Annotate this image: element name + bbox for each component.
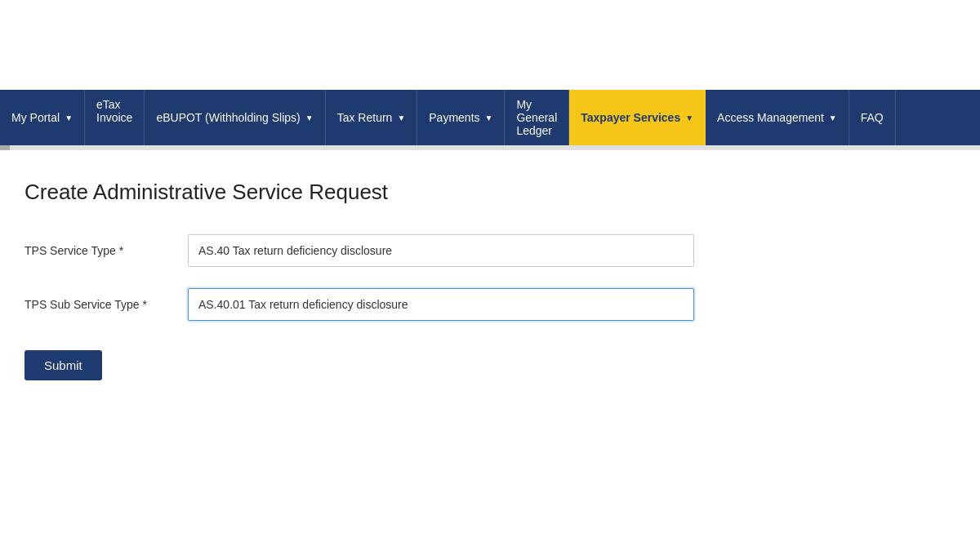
nav-label-mygeneral-line1: My bbox=[516, 98, 532, 111]
form-row-sub-service-type: TPS Sub Service Type * bbox=[24, 288, 956, 321]
nav-label-etax-line1: eTax bbox=[96, 98, 121, 111]
service-type-input[interactable] bbox=[188, 234, 694, 267]
scroll-indicator bbox=[0, 145, 980, 150]
nav-item-etax-invoice[interactable]: eTax Invoice bbox=[85, 90, 145, 145]
chevron-icon-my-portal: ▼ bbox=[65, 113, 73, 122]
navigation-bar: My Portal ▼ eTax Invoice eBUPOT (Withhol… bbox=[0, 90, 980, 145]
nav-item-my-general-ledger[interactable]: My General Ledger bbox=[505, 90, 569, 145]
submit-button[interactable]: Submit bbox=[24, 350, 102, 380]
service-type-label: TPS Service Type * bbox=[24, 244, 188, 257]
nav-item-taxpayer-services[interactable]: Taxpayer Services ▼ bbox=[569, 90, 706, 145]
page-title: Create Administrative Service Request bbox=[24, 180, 956, 205]
nav-label-mygeneral-line3: Ledger bbox=[516, 124, 552, 137]
nav-item-tax-return[interactable]: Tax Return ▼ bbox=[326, 90, 418, 145]
nav-label-faq: FAQ bbox=[861, 111, 884, 124]
nav-item-access-management[interactable]: Access Management ▼ bbox=[706, 90, 849, 145]
nav-label-taxpayer-services: Taxpayer Services bbox=[581, 111, 680, 124]
nav-label-mygeneral-line2: General bbox=[516, 111, 557, 124]
chevron-icon-payments: ▼ bbox=[485, 113, 493, 122]
nav-item-my-portal[interactable]: My Portal ▼ bbox=[0, 90, 85, 145]
nav-label-access-management: Access Management bbox=[717, 111, 824, 124]
nav-label-tax-return: Tax Return bbox=[337, 111, 393, 124]
form-row-service-type: TPS Service Type * bbox=[24, 234, 956, 267]
chevron-icon-tax-return: ▼ bbox=[397, 113, 405, 122]
sub-service-type-label: TPS Sub Service Type * bbox=[24, 298, 188, 311]
top-spacer bbox=[0, 0, 980, 90]
chevron-icon-access-management: ▼ bbox=[829, 113, 837, 122]
nav-label-etax-line2: Invoice bbox=[96, 111, 132, 124]
chevron-icon-ebupot: ▼ bbox=[305, 113, 314, 122]
nav-label-payments: Payments bbox=[429, 111, 479, 124]
nav-item-faq[interactable]: FAQ bbox=[849, 90, 896, 145]
chevron-icon-taxpayer-services: ▼ bbox=[685, 113, 693, 122]
nav-label-my-portal: My Portal bbox=[11, 111, 60, 124]
main-content: Create Administrative Service Request TP… bbox=[0, 150, 980, 413]
nav-item-ebupot[interactable]: eBUPOT (Withholding Slips) ▼ bbox=[145, 90, 325, 145]
nav-item-payments[interactable]: Payments ▼ bbox=[417, 90, 505, 145]
nav-label-ebupot: eBUPOT (Withholding Slips) bbox=[156, 111, 300, 124]
sub-service-type-input[interactable] bbox=[188, 288, 694, 321]
